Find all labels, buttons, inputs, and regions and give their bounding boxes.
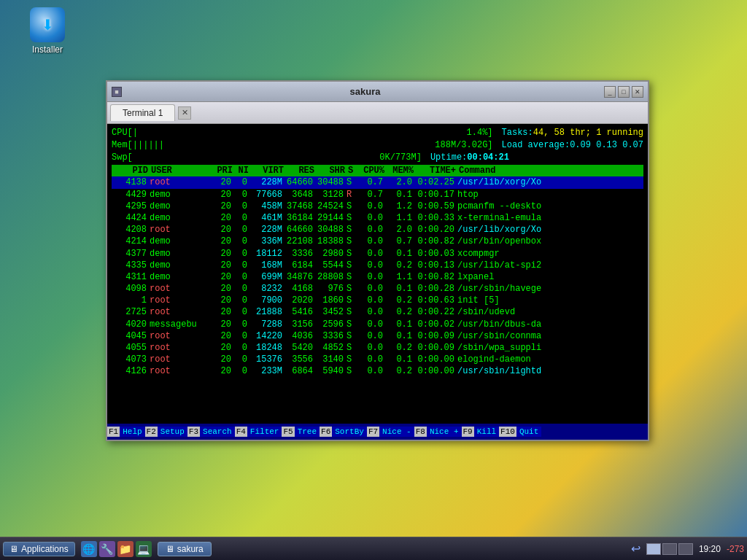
fn-key-f2[interactable]: F2Setup [145,427,187,437]
fn-key-f1[interactable]: F1Help [107,427,145,437]
col-s-header: S [348,166,358,176]
mem-label: Mem[ [112,139,133,152]
minimize-button[interactable]: _ [604,86,616,98]
col-shr-header: SHR [317,166,348,176]
table-row[interactable]: 4335 demo 20 0 168M 6184 5544 S 0.0 0.2 … [112,260,643,271]
table-row[interactable]: 4214 demo 20 0 336M 22108 18388 S 0.0 0.… [112,236,643,247]
table-row[interactable]: 4424 demo 20 0 461M 36184 29144 S 0.0 1.… [112,212,643,224]
taskbar-arrow-icon: ↩ [631,542,640,556]
tab-bar: Terminal 1 ✕ [107,102,648,124]
apps-label: Applications [21,544,69,554]
table-row[interactable]: 4138 root 20 0 228M 64660 30488 S 0.7 2.… [112,176,643,188]
table-row[interactable]: 4126 root 20 0 233M 6864 5940 S 0.0 0.2 … [112,365,643,377]
col-ni-header: NI [236,166,252,176]
taskbar-quick-launch: 🌐 🔧 📁 💻 [81,541,152,557]
pager-box-2[interactable] [662,543,677,555]
cpu-value: 1.4%] [256,127,492,139]
cpu-line: CPU[ | 1.4%] Tasks: 44, 58 thr; 1 runnin… [112,127,643,139]
terminal-stats: CPU[ | 1.4%] Tasks: 44, 58 thr; 1 runnin… [112,127,643,163]
maximize-button[interactable]: □ [618,86,630,98]
uptime-label: Uptime: [430,152,467,164]
tab-terminal1[interactable]: Terminal 1 [110,104,175,121]
pager-box-1[interactable] [646,543,661,555]
taskbar-window-label: sakura [177,544,204,554]
taskbar: 🖥 Applications 🌐 🔧 📁 💻 🖥 sakura ↩ 19:20 … [0,537,747,560]
col-cmd-header: Command [459,166,642,176]
taskbar-right: ↩ 19:20 -273 [631,542,744,556]
close-button[interactable]: ✕ [632,86,643,98]
taskbar-window-icon: 🖥 [166,544,174,554]
col-res-header: RES [287,166,317,176]
taskbar-icon-3[interactable]: 📁 [117,541,133,557]
table-row[interactable]: 4429 demo 20 0 77668 3648 3128 R 0.7 0.1… [112,189,643,201]
col-time-header: TIME+ [417,166,459,176]
load-value: 0.09 0.13 0.07 [570,139,643,152]
installer-label: Installer [32,44,63,55]
process-list: 4138 root 20 0 228M 64660 30488 S 0.7 2.… [112,176,643,377]
table-row[interactable]: 4377 demo 20 0 18112 3336 2980 S 0.0 0.1… [112,248,643,260]
fn-key-f7[interactable]: F7Nice - [367,427,414,437]
window-titlebar: ■ sakura _ □ ✕ [107,82,648,102]
col-virt-header: VIRT [252,166,287,176]
taskbar-icon-2[interactable]: 🔧 [99,541,115,557]
table-row[interactable]: 4295 demo 20 0 458M 37468 24524 S 0.0 1.… [112,201,643,212]
table-row[interactable]: 4045 root 20 0 14220 4036 3336 S 0.0 0.1… [112,330,643,342]
pager-box-3[interactable] [678,543,693,555]
window-controls: _ □ ✕ [604,86,643,98]
installer-icon-image [30,7,65,42]
col-pri-header: PRI [208,166,236,176]
fn-key-f4[interactable]: F4Filter [235,427,282,437]
taskbar-pager [646,543,693,555]
fn-key-f3[interactable]: F3Search [187,427,235,437]
fn-key-f8[interactable]: F8Nice + [414,427,462,437]
fn-key-f10[interactable]: F10Quit [499,427,541,437]
function-key-bar: F1HelpF2SetupF3SearchF4FilterF5TreeF6Sor… [107,424,648,440]
mem-line: Mem[ |||||| 188M/3.02G] Load average: 0.… [112,139,643,152]
table-row[interactable]: 4055 root 20 0 18248 5420 4852 S 0.0 0.2… [112,342,643,354]
col-pid-header: PID [113,166,151,176]
tab-close-button[interactable]: ✕ [178,106,191,120]
mem-bar: |||||| [133,139,164,152]
sakura-window: ■ sakura _ □ ✕ Terminal 1 ✕ CPU[ | 1.4%] [106,80,649,441]
col-mem-header: MEM% [387,166,417,176]
uptime-value: 00:04:21 [467,152,509,164]
table-row[interactable]: 4208 root 20 0 228M 64660 30488 S 0.0 2.… [112,224,643,236]
fn-key-f5[interactable]: F5Tree [282,427,320,437]
swp-line: Swp[ 0K/773M] Uptime: 00:04:21 [112,152,643,164]
swp-label: Swp[ [112,152,133,164]
table-row[interactable]: 4311 demo 20 0 699M 34876 28808 S 0.0 1.… [112,271,643,283]
terminal-content: CPU[ | 1.4%] Tasks: 44, 58 thr; 1 runnin… [107,124,648,424]
taskbar-time: 19:20 [699,544,721,554]
window-title: sakura [126,86,604,97]
taskbar-battery: -273 [727,544,744,554]
installer-icon[interactable]: Installer [22,7,73,55]
swp-value: 0K/773M] [133,152,422,164]
applications-menu-button[interactable]: 🖥 Applications [3,542,75,556]
taskbar-icon-4[interactable]: 💻 [136,541,152,557]
table-row[interactable]: 4073 root 20 0 15376 3556 3140 S 0.0 0.1… [112,354,643,365]
table-row[interactable]: 2725 root 20 0 21888 5416 3452 S 0.0 0.2… [112,306,643,318]
tasks-label: Tasks: [502,127,533,139]
table-row[interactable]: 1 root 20 0 7900 2020 1860 S 0.0 0.2 0:0… [112,295,643,306]
fn-key-f9[interactable]: F9Kill [462,427,500,437]
taskbar-sakura-window[interactable]: 🖥 sakura [158,542,212,556]
taskbar-icon-1[interactable]: 🌐 [81,541,97,557]
mem-value: 188M/3.02G] [262,139,493,152]
col-user-header: USER [151,166,208,176]
table-row[interactable]: 4098 root 20 0 8232 4168 976 S 0.0 0.1 0… [112,283,643,295]
cpu-label: CPU[ [112,127,133,139]
table-row[interactable]: 4020 messagebu 20 0 7288 3156 2596 S 0.0… [112,319,643,330]
apps-icon: 🖥 [9,544,18,554]
col-cpu-header: CPU% [358,166,387,176]
tasks-value: 44, 58 thr; 1 running [533,127,643,139]
cpu-bar: | [133,127,138,139]
fn-key-f6[interactable]: F6SortBy [320,427,367,437]
process-header: PID USER PRI NI VIRT RES SHR S CPU% MEM%… [112,165,643,176]
window-icon: ■ [112,87,122,97]
load-label: Load average: [502,139,570,152]
